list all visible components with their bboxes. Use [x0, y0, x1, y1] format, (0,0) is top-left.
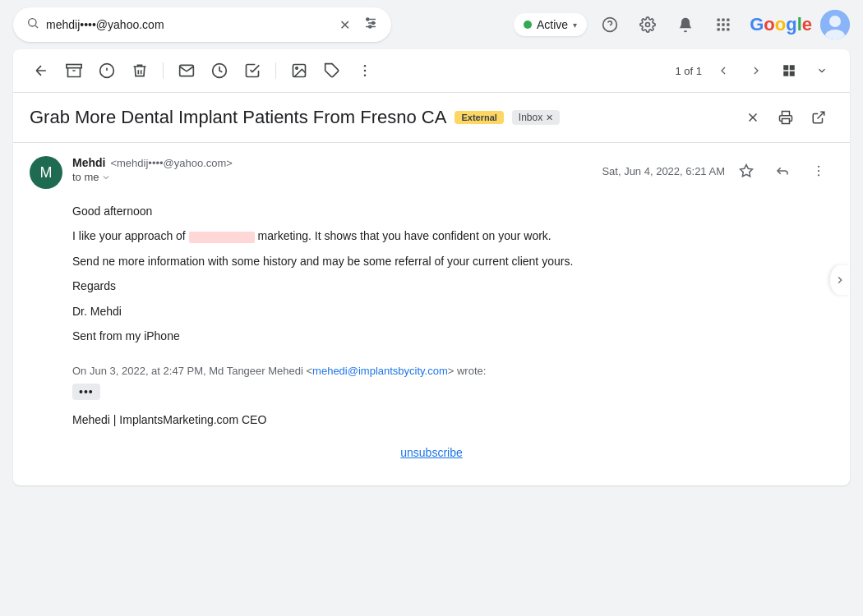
- sender-info: Mehdi <mehdij••••@yahoo.com> to me: [72, 156, 602, 183]
- pagination-text: 1 of 1: [675, 65, 702, 77]
- task-button[interactable]: [238, 56, 267, 85]
- email-subject: Grab More Dental Implant Patients From F…: [30, 107, 446, 128]
- greeting-line: Good afternoon: [72, 202, 833, 220]
- email-subject-row: Grab More Dental Implant Patients From F…: [13, 93, 850, 143]
- svg-rect-37: [783, 71, 788, 76]
- email-sender-header: M Mehdi <mehdij••••@yahoo.com> to me: [30, 156, 833, 189]
- back-button[interactable]: [26, 56, 56, 85]
- regards-line: Regards: [72, 277, 833, 295]
- svg-rect-11: [718, 19, 720, 21]
- search-icon: [26, 16, 39, 33]
- close-thread-button[interactable]: [738, 103, 768, 132]
- svg-point-6: [372, 21, 375, 24]
- tag-inbox[interactable]: Inbox ✕: [512, 110, 560, 125]
- gmail-content: 1 of 1 Grab More Dental: [13, 49, 850, 485]
- sent-from: Sent from my iPhone: [72, 327, 833, 345]
- svg-rect-14: [718, 23, 720, 25]
- svg-rect-16: [727, 23, 729, 25]
- svg-point-21: [829, 16, 841, 27]
- browser-bar: mehdij••••@yahoo.com ✕ Active ▾: [0, 0, 863, 49]
- view-toggle-button[interactable]: [774, 56, 804, 85]
- sender-email: <mehdij••••@yahoo.com>: [110, 157, 232, 169]
- svg-rect-36: [790, 65, 795, 70]
- archive-button[interactable]: [59, 56, 89, 85]
- help-icon[interactable]: [595, 10, 625, 39]
- quoted-email-link[interactable]: mehedi@implantsbycity.com: [312, 365, 448, 377]
- svg-point-7: [369, 25, 372, 28]
- company-signature: Mehedi | ImplantsMarketing.com CEO: [72, 413, 833, 426]
- body-line1: I like your approach of marketing. It sh…: [72, 227, 833, 245]
- more-toolbar-button[interactable]: [350, 56, 380, 85]
- tag-remove-icon[interactable]: ✕: [546, 113, 553, 123]
- svg-rect-23: [67, 65, 81, 68]
- footer-signature: Mehedi | ImplantsMarketing.com CEO: [30, 400, 833, 426]
- chevron-down-icon: ▾: [573, 21, 577, 30]
- email-meta-right: Sat, Jun 4, 2022, 6:21 AM: [602, 156, 833, 186]
- print-button[interactable]: [771, 103, 801, 132]
- status-pill[interactable]: Active ▾: [514, 13, 587, 36]
- email-date: Sat, Jun 4, 2022, 6:21 AM: [602, 165, 725, 177]
- svg-point-44: [818, 166, 819, 168]
- side-arrow-button[interactable]: [830, 265, 850, 295]
- unsubscribe-link[interactable]: unsubscribe: [400, 446, 463, 459]
- user-avatar[interactable]: [820, 10, 850, 39]
- redacted-content: [189, 232, 255, 243]
- email-button[interactable]: [172, 56, 201, 85]
- svg-rect-13: [727, 19, 729, 21]
- svg-rect-38: [790, 71, 795, 76]
- unsubscribe-row: unsubscribe: [30, 446, 833, 472]
- email-text-body: Good afternoon I like your approach of m…: [30, 202, 833, 345]
- tune-icon[interactable]: [363, 16, 378, 34]
- reply-button[interactable]: [768, 156, 797, 186]
- snooze-button[interactable]: [205, 56, 234, 85]
- settings-icon[interactable]: [633, 10, 662, 39]
- email-body-area: M Mehdi <mehdij••••@yahoo.com> to me: [13, 143, 850, 485]
- email-toolbar: 1 of 1: [13, 49, 850, 93]
- svg-point-33: [364, 70, 367, 72]
- apps-icon[interactable]: [708, 10, 738, 39]
- open-new-tab-button[interactable]: [804, 103, 833, 132]
- delete-button[interactable]: [125, 56, 155, 85]
- more-email-button[interactable]: [804, 156, 833, 186]
- sender-avatar: M: [30, 156, 62, 189]
- toolbar-divider-2: [275, 62, 276, 79]
- quote-header: On Jun 3, 2022, at 2:47 PM, Md Tangeer M…: [72, 365, 833, 377]
- clear-icon[interactable]: ✕: [339, 17, 350, 33]
- svg-point-34: [364, 75, 367, 77]
- svg-rect-17: [718, 28, 720, 30]
- svg-rect-18: [722, 28, 724, 30]
- svg-rect-12: [722, 19, 724, 21]
- svg-point-0: [29, 19, 36, 26]
- signature-name: Dr. Mehdi: [72, 302, 833, 320]
- report-button[interactable]: [92, 56, 122, 85]
- sender-name: Mehdi: [72, 156, 105, 169]
- next-page-button[interactable]: [741, 56, 771, 85]
- svg-rect-35: [783, 65, 788, 70]
- svg-point-5: [367, 18, 369, 21]
- sender-to-row: to me: [72, 171, 602, 183]
- star-button[interactable]: [731, 156, 761, 186]
- status-label: Active: [537, 18, 568, 31]
- prev-page-button[interactable]: [708, 56, 738, 85]
- search-value: mehdij••••@yahoo.com: [46, 18, 333, 31]
- svg-point-46: [818, 174, 819, 176]
- svg-line-1: [35, 25, 38, 28]
- svg-point-32: [364, 65, 367, 67]
- view-chevron-button[interactable]: [807, 56, 837, 85]
- subject-actions: [738, 103, 833, 132]
- quote-expand-button[interactable]: •••: [72, 384, 100, 400]
- tag-external[interactable]: External: [455, 111, 503, 124]
- google-logo: Google: [750, 14, 812, 35]
- image-button[interactable]: [284, 56, 314, 85]
- status-dot: [524, 21, 532, 29]
- svg-rect-41: [782, 119, 790, 124]
- toolbar-divider: [163, 62, 164, 79]
- quote-section: On Jun 3, 2022, at 2:47 PM, Md Tangeer M…: [30, 365, 833, 400]
- svg-rect-19: [727, 28, 729, 30]
- address-bar[interactable]: mehdij••••@yahoo.com ✕: [13, 7, 391, 42]
- label-button[interactable]: [317, 56, 347, 85]
- bell-icon[interactable]: [671, 10, 700, 39]
- svg-line-42: [818, 112, 824, 118]
- svg-rect-15: [722, 23, 724, 25]
- body-line2: Send ne more information with some histo…: [72, 252, 833, 270]
